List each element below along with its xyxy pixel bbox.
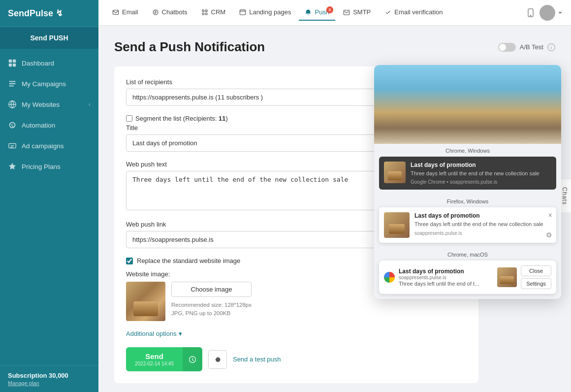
svg-rect-1: [13, 60, 16, 63]
chrome-win-body: Three days left until the end of the new…: [411, 170, 551, 177]
sidebar-nav: Dashboard My Campaigns My Websites ‹ Aut…: [0, 49, 98, 365]
push-badge: 8: [326, 6, 333, 13]
send-btn-schedule-icon: [183, 347, 202, 371]
send-row: Send 2022-02-14 14:45 Send a test push: [126, 347, 467, 371]
page-body: Send a Push Notification A/B Test List o…: [98, 26, 571, 392]
topnav-item-email[interactable]: Email: [106, 4, 144, 21]
brand-logo: SendPulse ↯: [0, 0, 98, 27]
topnav-label: Email: [122, 8, 138, 16]
ad-icon: [8, 141, 17, 150]
svg-rect-12: [240, 10, 246, 15]
svg-rect-9: [205, 10, 207, 12]
segment-label: Segment the list (Recipients: 11): [135, 115, 228, 122]
manage-plan-link[interactable]: Manage plan: [8, 380, 91, 386]
chrome-mac-body: Three days left until the end of t...: [399, 281, 493, 287]
smtp-icon: [343, 9, 350, 16]
svg-rect-6: [113, 10, 118, 14]
firefox-close-icon[interactable]: ×: [548, 211, 552, 219]
svg-point-15: [530, 15, 531, 16]
chrome-windows-text: Last days of promotion Three days left u…: [411, 162, 551, 185]
topnav-item-push[interactable]: Push 8: [299, 4, 335, 21]
sidebar-item-pricing-plans[interactable]: Pricing Plans: [0, 156, 98, 177]
topnav-item-email-verification[interactable]: Email verification: [379, 4, 448, 21]
sidebar-item-my-websites[interactable]: My Websites ‹: [0, 94, 98, 115]
topnav-item-chatbots[interactable]: Chatbots: [146, 4, 193, 21]
subscription-label: Subscription 30,000: [8, 372, 91, 379]
image-hint: Recommended size: 128*128px JPG, PNG up …: [171, 301, 252, 318]
firefox-gear-icon[interactable]: ⚙: [546, 231, 552, 239]
chrome-mac-close-btn[interactable]: Close: [521, 265, 551, 276]
topnav-label: SMTP: [353, 8, 371, 16]
send-button[interactable]: Send 2022-02-14 14:45: [126, 347, 202, 371]
chrome-logo-icon: [384, 272, 395, 283]
segment-checkbox[interactable]: [126, 115, 132, 122]
preview-bg-image: [374, 65, 561, 144]
sidebar-item-automation[interactable]: Automation: [0, 115, 98, 135]
mobile-icon[interactable]: [526, 8, 536, 18]
chrome-windows-card: Last days of promotion Three days left u…: [379, 157, 556, 190]
form-area: Send a Push Notification A/B Test List o…: [98, 26, 571, 392]
chrome-macos-label: Chrome, macOS: [379, 252, 556, 258]
preview-background: [374, 65, 561, 144]
verify-icon: [384, 9, 391, 16]
dropdown-arrow: ▾: [179, 330, 182, 337]
topnav-item-landing-pages[interactable]: Landing pages: [233, 4, 297, 21]
chrome-windows-section: Chrome, Windows Last days of promotion T…: [374, 144, 561, 195]
send-push-button[interactable]: Send PUSH: [0, 27, 98, 49]
chrome-mac-thumb: [497, 267, 517, 287]
replace-image-checkbox[interactable]: [126, 258, 133, 264]
sidebar-footer: Subscription 30,000 Manage plan: [0, 365, 98, 392]
user-avatar[interactable]: [539, 5, 555, 21]
email-icon: [112, 9, 119, 16]
soap-image-thumbnail: [126, 282, 165, 321]
send-test-push-link[interactable]: Send a test push: [233, 356, 281, 363]
topnav-label: Chatbots: [162, 8, 188, 16]
topnav-label: Landing pages: [249, 8, 291, 16]
chrome-windows-thumb: [384, 162, 406, 183]
ab-test-label: A/B Test: [520, 43, 543, 51]
firefox-win-body: Three days left until the end of the new…: [414, 221, 551, 228]
topnav-item-crm[interactable]: CRM: [195, 4, 232, 21]
chrome-macos-card: Last days of promotion soappresents.puls…: [379, 261, 556, 294]
ab-test-toggle[interactable]: A/B Test: [498, 43, 555, 52]
topnav-label: Email verification: [394, 8, 443, 16]
chrome-windows-label: Chrome, Windows: [379, 148, 556, 154]
svg-rect-11: [205, 13, 207, 15]
landing-icon: [239, 9, 246, 16]
choose-image-button[interactable]: Choose image: [171, 282, 252, 297]
image-info: Choose image Recommended size: 128*128px…: [171, 282, 252, 318]
avatar-dropdown-icon[interactable]: [557, 10, 563, 16]
additional-options[interactable]: Additional options ▾: [126, 330, 467, 337]
svg-rect-3: [13, 64, 16, 66]
svg-rect-8: [202, 10, 204, 12]
chrome-mac-title: Last days of promotion: [399, 268, 493, 275]
chrome-win-source: Google Chrome • soappresents.pulse.is: [411, 179, 551, 185]
firefox-windows-thumb: [384, 212, 410, 238]
gear-icon: [214, 356, 222, 363]
image-preview: [126, 282, 165, 321]
firefox-win-source: soappresents.pulse.is: [414, 230, 551, 236]
ab-test-switch[interactable]: [498, 43, 516, 52]
firefox-windows-label: Firefox, Windows: [379, 198, 556, 204]
chrome-macos-section: Chrome, macOS Last days of promotion soa…: [374, 248, 561, 299]
chrome-mac-text: Last days of promotion soappresents.puls…: [399, 268, 493, 287]
info-icon: [547, 43, 555, 51]
grid-icon: [8, 59, 17, 67]
segment-count: 11: [219, 115, 225, 122]
sidebar-item-ad-campaigns[interactable]: Ad campaigns: [0, 135, 98, 156]
crm-icon: [201, 9, 208, 16]
campaigns-icon: [8, 79, 17, 88]
chatbot-icon: [152, 9, 159, 16]
sidebar-item-my-campaigns[interactable]: My Campaigns: [0, 73, 98, 94]
firefox-windows-card: Last days of promotion Three days left u…: [379, 207, 556, 243]
sidebar-item-dashboard[interactable]: Dashboard: [0, 53, 98, 73]
topnav-item-smtp[interactable]: SMTP: [337, 4, 377, 21]
bell-icon: [305, 9, 312, 16]
firefox-windows-section: Firefox, Windows Last days of promotion …: [374, 195, 561, 248]
settings-button[interactable]: [208, 350, 227, 369]
firefox-win-title: Last days of promotion: [414, 212, 551, 219]
replace-image-label: Replace the standard website image: [137, 257, 240, 264]
chrome-mac-settings-btn[interactable]: Settings: [521, 278, 551, 289]
page-header: Send a Push Notification A/B Test: [114, 39, 555, 55]
top-navigation: Email Chatbots CRM Landing pages Push 8 …: [98, 0, 571, 26]
